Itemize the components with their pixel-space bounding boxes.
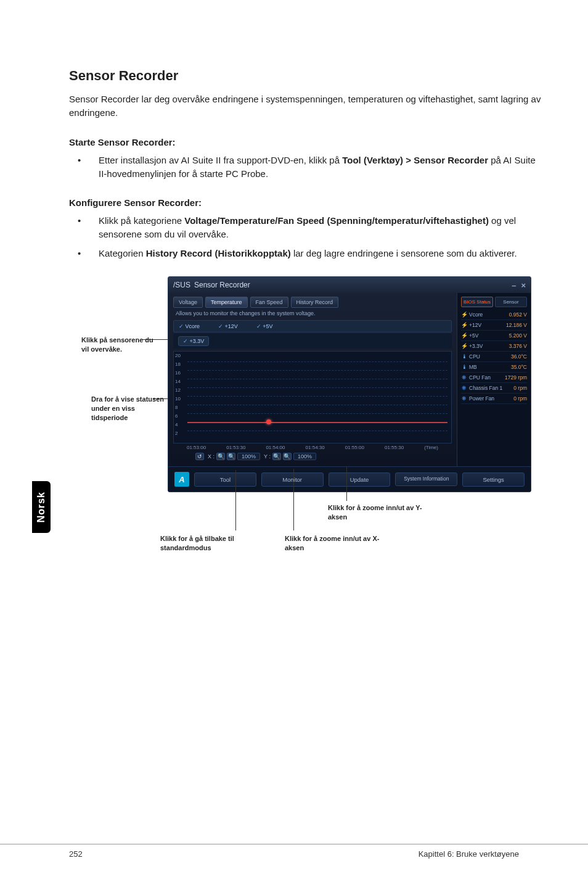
ytick: 6 bbox=[175, 413, 178, 419]
brand-logo: /SUS bbox=[173, 281, 190, 289]
chart-line bbox=[187, 422, 447, 423]
x-axis: 01:53:0001:53:30 01:54:0001:54:30 01:55:… bbox=[173, 444, 452, 450]
ytick: 2 bbox=[175, 431, 178, 436]
sensor-recorder-window: /SUS Sensor Recorder – × Voltage Tempera… bbox=[168, 276, 531, 492]
window-title: Sensor Recorder bbox=[194, 281, 250, 289]
status-row: ⚡+12V12.186 V bbox=[461, 320, 527, 331]
bolt-icon: ⚡ bbox=[461, 343, 467, 349]
status-row: 🌡CPU36.0°C bbox=[461, 352, 527, 362]
callout-sensors: Klikk på sensorene du vil overvåke. bbox=[81, 336, 155, 354]
ytick: 16 bbox=[175, 370, 181, 376]
status-row: ❋Chassis Fan 10 rpm bbox=[461, 383, 527, 394]
page-number: 252 bbox=[69, 849, 83, 859]
settings-button[interactable]: Settings bbox=[462, 472, 525, 487]
sysinfo-button[interactable]: System Information bbox=[395, 472, 457, 485]
language-tab: Norsk bbox=[32, 481, 51, 533]
tab-description: Allows you to monitor the changes in the… bbox=[176, 310, 452, 316]
monitor-button[interactable]: Monitor bbox=[261, 472, 324, 487]
callout-drag: Dra for å vise statusen under en viss ti… bbox=[91, 395, 165, 423]
tab-history[interactable]: History Record bbox=[291, 297, 339, 308]
zoom-y-out-button[interactable]: 🔍 bbox=[283, 453, 292, 460]
ytick: 20 bbox=[175, 353, 181, 358]
zoom-reset-button[interactable]: ↺ bbox=[195, 453, 204, 460]
fan-icon: ❋ bbox=[461, 374, 467, 381]
page-content: Sensor Recorder Sensor Recorder lar deg … bbox=[69, 68, 544, 492]
sensor-33v[interactable]: +3.3V bbox=[178, 336, 209, 346]
zoom-x-label: X : bbox=[208, 453, 214, 460]
voltage-chart[interactable]: 20 18 16 14 12 10 8 6 4 2 bbox=[173, 351, 452, 444]
update-button[interactable]: Update bbox=[329, 472, 391, 487]
callout-zoom-x: Klikk for å zoome inn/ut av X-aksen bbox=[285, 534, 390, 553]
zoom-y-in-button[interactable]: 🔍 bbox=[272, 453, 281, 460]
ytick: 14 bbox=[175, 379, 181, 384]
zoom-controls: ↺ X : 🔍 🔍 100% Y : 🔍 🔍 100% bbox=[173, 450, 452, 460]
status-sidebar: BIOS Status Sensor ⚡Vcore0.952 V ⚡+12V12… bbox=[457, 293, 531, 466]
sensor-5v[interactable]: +5V bbox=[256, 323, 273, 329]
bolt-icon: ⚡ bbox=[461, 322, 467, 328]
ytick: 10 bbox=[175, 396, 181, 402]
list-item: Klikk på kategoriene Voltage/Temperature… bbox=[69, 214, 544, 242]
zoom-x-out-button[interactable]: 🔍 bbox=[227, 453, 235, 460]
tab-temperature[interactable]: Temperature bbox=[205, 297, 248, 308]
status-row: ⚡+5V5.200 V bbox=[461, 331, 527, 341]
page-footer: 252 Kapittel 6: Bruke verktøyene bbox=[0, 844, 588, 859]
thermometer-icon: 🌡 bbox=[461, 364, 467, 370]
zoom-x-value: 100% bbox=[237, 453, 260, 460]
ytick: 8 bbox=[175, 405, 178, 410]
minimize-icon[interactable]: – bbox=[512, 281, 516, 290]
status-row: ⚡+3.3V3.376 V bbox=[461, 341, 527, 352]
side-tab-status[interactable]: BIOS Status bbox=[461, 297, 493, 307]
list-item: Etter installasjon av AI Suite II fra su… bbox=[69, 154, 544, 181]
thermometer-icon: 🌡 bbox=[461, 353, 467, 360]
ytick: 12 bbox=[175, 387, 181, 393]
sensor-strip: Vcore +12V +5V bbox=[173, 320, 452, 332]
side-tab-sensor[interactable]: Sensor bbox=[495, 297, 527, 307]
status-row: ❋Power Fan0 rpm bbox=[461, 394, 527, 404]
tab-fanspeed[interactable]: Fan Speed bbox=[250, 297, 288, 308]
bolt-icon: ⚡ bbox=[461, 332, 467, 339]
zoom-y-label: Y : bbox=[264, 453, 271, 460]
tab-bar: Voltage Temperature Fan Speed History Re… bbox=[173, 297, 452, 308]
zoom-y-value: 100% bbox=[293, 453, 316, 460]
app-bottom-bar: A Tool Monitor Update System Information… bbox=[168, 466, 531, 492]
zoom-x-in-button[interactable]: 🔍 bbox=[216, 453, 225, 460]
chart-point bbox=[266, 419, 271, 424]
tool-button[interactable]: Tool bbox=[194, 472, 256, 487]
tab-voltage[interactable]: Voltage bbox=[173, 297, 203, 308]
close-icon[interactable]: × bbox=[521, 281, 526, 290]
sensor-12v[interactable]: +12V bbox=[218, 323, 238, 329]
list-item: Kategorien History Record (Historikkoppt… bbox=[69, 247, 544, 261]
intro-text: Sensor Recorder lar deg overvåke endring… bbox=[69, 93, 544, 120]
status-row: ❋CPU Fan1729 rpm bbox=[461, 373, 527, 383]
fan-icon: ❋ bbox=[461, 385, 467, 391]
callout-reset: Klikk for å gå tilbake til standardmodus bbox=[160, 534, 271, 553]
start-heading: Starte Sensor Recorder: bbox=[69, 137, 544, 147]
status-row: ⚡Vcore0.952 V bbox=[461, 310, 527, 320]
ytick: 18 bbox=[175, 361, 181, 367]
ytick: 4 bbox=[175, 422, 178, 427]
window-titlebar: /SUS Sensor Recorder – × bbox=[168, 277, 531, 293]
status-row: 🌡MB35.0°C bbox=[461, 362, 527, 373]
config-heading: Konfigurere Sensor Recorder: bbox=[69, 197, 544, 208]
bolt-icon: ⚡ bbox=[461, 311, 467, 318]
fan-icon: ❋ bbox=[461, 395, 467, 402]
diagram: Klikk på sensorene du vil overvåke. Dra … bbox=[69, 276, 544, 492]
ai-suite-logo[interactable]: A bbox=[174, 472, 189, 487]
chapter-label: Kapittel 6: Bruke verktøyene bbox=[419, 849, 519, 859]
callout-zoom-y: Klikk for å zoome inn/ut av Y-aksen bbox=[328, 503, 427, 522]
sensor-vcore[interactable]: Vcore bbox=[179, 323, 200, 329]
page-title: Sensor Recorder bbox=[69, 68, 544, 84]
